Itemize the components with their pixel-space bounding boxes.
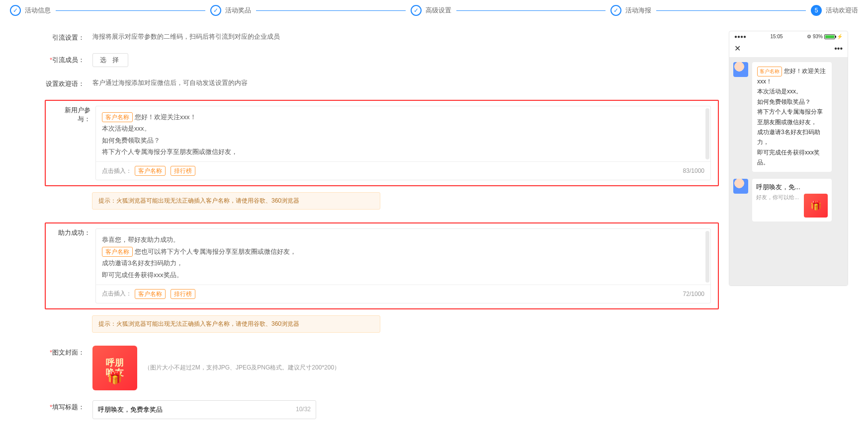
tag-customer-name: 客户名称	[102, 247, 133, 257]
title-input-wrapper: 10/32	[92, 400, 316, 419]
char-counter: 72/1000	[683, 291, 704, 297]
step-3[interactable]: ✓ 高级设置	[411, 5, 451, 16]
browser-tip: 提示：火狐浏览器可能出现无法正确插入客户名称，请使用谷歌、360浏览器	[92, 192, 380, 210]
step-5[interactable]: 5 活动欢迎语	[811, 5, 858, 16]
step-label: 活动奖品	[225, 6, 251, 15]
signal-icon: ●●●●	[734, 34, 746, 39]
help-success-textarea[interactable]: 恭喜您，帮好友助力成功。 客户名称您也可以将下方个人专属海报分享至朋友圈或微信好…	[96, 229, 710, 285]
insert-customer-name-button[interactable]: 客户名称	[135, 166, 166, 176]
insert-rank-button[interactable]: 排行榜	[171, 289, 195, 299]
welcome-setting-label: 设置欢迎语：	[45, 77, 85, 89]
more-icon[interactable]: •••	[834, 44, 843, 53]
browser-tip: 提示：火狐浏览器可能出现无法正确插入客户名称，请使用谷歌、360浏览器	[92, 315, 380, 333]
step-2[interactable]: ✓ 活动奖品	[210, 5, 251, 16]
help-success-editor: 助力成功： 恭喜您，帮好友助力成功。 客户名称您也可以将下方个人专属海报分享至朋…	[45, 222, 719, 309]
step-line	[656, 10, 806, 11]
cover-label: *图文封面：	[45, 346, 85, 390]
title-counter: 10/32	[296, 404, 311, 415]
new-user-textarea[interactable]: 客户名称您好！欢迎关注xxx！ 本次活动是xxx。 如何免费领取奖品？ 将下方个…	[96, 106, 710, 162]
help-success-label: 助力成功：	[53, 228, 95, 303]
preview-time: 15:05	[771, 34, 783, 39]
cover-upload[interactable]: 呼朋 唤友	[92, 346, 137, 390]
step-1[interactable]: ✓ 活动信息	[10, 5, 51, 16]
step-label: 活动海报	[625, 6, 651, 15]
drain-member-label: *引流成员：	[45, 53, 85, 67]
new-user-label: 新用户参与：	[53, 106, 95, 181]
check-icon: ✓	[610, 5, 621, 16]
close-icon[interactable]: ✕	[734, 44, 741, 53]
step-number-icon: 5	[811, 5, 822, 16]
avatar	[733, 179, 748, 194]
drain-setting-desc: 海报将展示对应带参数的二维码，扫码后将引流到对应的企业成员	[85, 31, 719, 43]
new-user-editor: 新用户参与： 客户名称您好！欢迎关注xxx！ 本次活动是xxx。 如何免费领取奖…	[45, 100, 719, 187]
scrollbar[interactable]	[705, 231, 709, 283]
avatar	[733, 62, 748, 77]
stepper: ✓ 活动信息 ✓ 活动奖品 ✓ 高级设置 ✓ 活动海报 5 活动欢迎语	[0, 0, 868, 21]
scrollbar[interactable]	[705, 108, 709, 160]
welcome-setting-desc: 客户通过海报添加对应微信后，可自动发送设置的内容	[85, 77, 719, 89]
step-line	[56, 10, 205, 11]
link-thumb: 🎁	[804, 194, 828, 218]
drain-setting-label: 引流设置：	[45, 31, 85, 43]
check-icon: ✓	[10, 5, 21, 16]
tag-customer-name: 客户名称	[102, 112, 133, 122]
step-label: 高级设置	[426, 6, 451, 15]
title-input[interactable]	[98, 406, 292, 413]
link-desc: 好友，你可以给...	[756, 194, 800, 218]
check-icon: ✓	[411, 5, 422, 16]
preview-link-card[interactable]: 呼朋唤友，免... 好友，你可以给... 🎁	[752, 179, 832, 221]
link-title: 呼朋唤友，免...	[756, 183, 828, 192]
step-line	[256, 10, 406, 11]
check-icon: ✓	[210, 5, 221, 16]
insert-rank-button[interactable]: 排行榜	[171, 166, 195, 176]
cover-hint: （图片大小不超过2M，支持JPG、JPEG及PNG格式。建议尺寸200*200）	[144, 363, 340, 373]
select-member-button[interactable]: 选 择	[92, 53, 128, 67]
step-line	[456, 10, 606, 11]
insert-label: 点击插入：	[102, 290, 132, 298]
insert-label: 点击插入：	[102, 167, 132, 175]
phone-preview: ●●●● 15:05 ⚙ 93% ⚡ ✕ ••• 客户名称您好！欢迎关注x	[729, 31, 848, 286]
battery-icon: ⚙ 93% ⚡	[807, 34, 843, 39]
preview-message-1: 客户名称您好！欢迎关注xxx！ 本次活动是xxx。 如何免费领取奖品？ 将下方个…	[752, 62, 832, 172]
step-label: 活动信息	[25, 6, 51, 15]
step-label: 活动欢迎语	[826, 6, 858, 15]
step-4[interactable]: ✓ 活动海报	[610, 5, 651, 16]
title-label: *填写标题：	[45, 400, 85, 419]
insert-customer-name-button[interactable]: 客户名称	[135, 289, 166, 299]
char-counter: 83/1000	[683, 167, 704, 174]
